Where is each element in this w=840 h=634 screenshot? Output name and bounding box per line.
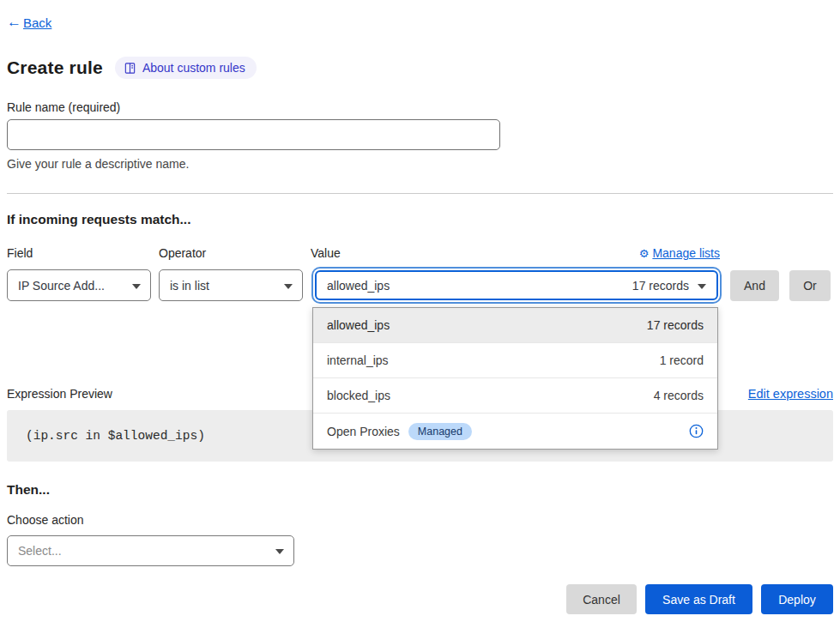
list-item-records: 17 records (647, 318, 704, 332)
about-custom-rules-link[interactable]: About custom rules (115, 57, 257, 79)
back-link[interactable]: ←Back (7, 14, 51, 31)
deploy-button[interactable]: Deploy (761, 584, 833, 614)
expression-code: (ip.src in $allowed_ips) (26, 429, 205, 443)
value-select-records: 17 records (632, 279, 689, 293)
operator-label: Operator (159, 246, 303, 260)
value-label: Value (311, 246, 341, 260)
value-select-name: allowed_ips (327, 279, 390, 293)
list-item-allowed-ips[interactable]: allowed_ips 17 records (313, 308, 717, 343)
save-as-draft-button[interactable]: Save as Draft (645, 584, 752, 614)
field-label: Field (7, 246, 151, 260)
match-section-heading: If incoming requests match... (7, 212, 833, 227)
back-arrow-icon: ← (7, 14, 21, 31)
back-label: Back (23, 15, 51, 30)
list-dropdown-panel: allowed_ips 17 records internal_ips 1 re… (312, 307, 718, 450)
chevron-down-icon (132, 284, 141, 289)
field-select[interactable]: IP Source Add... (7, 269, 151, 301)
condition-row: IP Source Add... is in list allowed_ips … (7, 269, 833, 301)
value-select[interactable]: allowed_ips 17 records (315, 270, 718, 300)
rule-name-input[interactable] (7, 119, 500, 150)
action-select[interactable]: Select... (7, 535, 294, 566)
list-item-name: blocked_ips (327, 389, 390, 402)
title-row: Create rule About custom rules (7, 57, 833, 79)
rule-name-label: Rule name (required) (7, 100, 833, 114)
list-item-internal-ips[interactable]: internal_ips 1 record (313, 343, 717, 378)
value-select-wrap: allowed_ips 17 records allowed_ips 17 re… (315, 270, 718, 300)
list-item-name: Open Proxies (327, 425, 400, 438)
managed-badge: Managed (408, 423, 472, 440)
book-icon (124, 62, 136, 75)
then-heading: Then... (7, 482, 833, 498)
section-divider (7, 193, 833, 194)
edit-expression-link[interactable]: Edit expression (748, 387, 833, 401)
manage-lists-label: Manage lists (652, 246, 720, 260)
rule-name-helper: Give your rule a descriptive name. (7, 157, 833, 171)
list-item-blocked-ips[interactable]: blocked_ips 4 records (313, 378, 717, 414)
page-title: Create rule (7, 57, 103, 78)
or-button[interactable]: Or (789, 270, 831, 301)
chevron-down-icon (275, 549, 284, 554)
info-icon[interactable] (689, 424, 704, 438)
chevron-down-icon (698, 284, 706, 289)
action-select-placeholder: Select... (18, 544, 62, 558)
gear-icon: ⚙ (639, 247, 650, 260)
about-badge-label: About custom rules (142, 61, 245, 75)
list-item-open-proxies[interactable]: Open Proxies Managed (313, 414, 717, 449)
create-rule-page: ←Back Create rule About custom rules Rul… (0, 0, 840, 631)
operator-select[interactable]: is in list (159, 269, 303, 301)
list-item-records: 1 record (660, 353, 704, 367)
list-item-name: internal_ips (327, 353, 389, 367)
cancel-button[interactable]: Cancel (566, 584, 637, 614)
list-item-name: allowed_ips (327, 318, 390, 332)
and-button[interactable]: And (730, 270, 779, 301)
condition-labels-row: Field Operator Value ⚙ Manage lists (7, 246, 833, 260)
choose-action-label: Choose action (7, 513, 833, 527)
footer-actions: Cancel Save as Draft Deploy (7, 584, 833, 631)
list-item-records: 4 records (654, 389, 704, 402)
expression-preview-label: Expression Preview (7, 387, 112, 401)
operator-select-value: is in list (170, 279, 209, 293)
field-select-value: IP Source Add... (18, 279, 105, 293)
manage-lists-link[interactable]: ⚙ Manage lists (639, 246, 720, 260)
chevron-down-icon (284, 284, 293, 289)
